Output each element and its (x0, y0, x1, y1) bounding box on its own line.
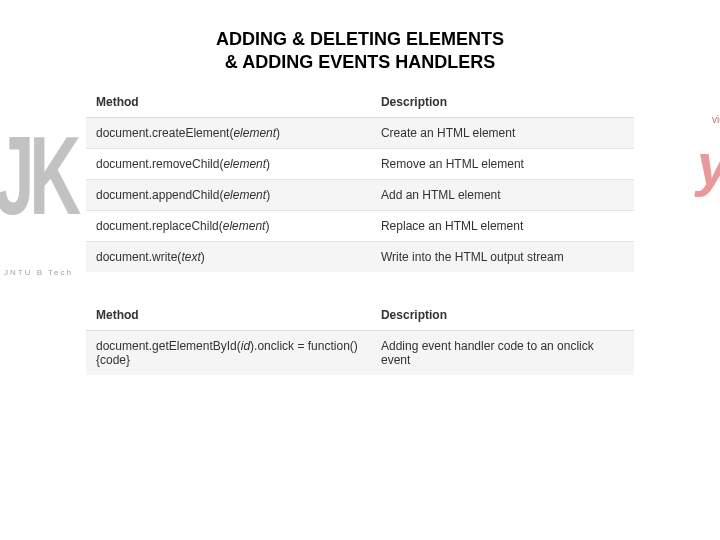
method-cell: document.replaceChild(element) (86, 211, 371, 242)
elements-table: Method Description document.createElemen… (86, 87, 634, 272)
method-cell: document.write(text) (86, 242, 371, 273)
method-cell: document.appendChild(element) (86, 180, 371, 211)
table-row: document.createElement(element) Create a… (86, 118, 634, 149)
table-row: document.replaceChild(element) Replace a… (86, 211, 634, 242)
col-header-method: Method (86, 87, 371, 118)
desc-cell: Adding event handler code to an onclick … (371, 331, 634, 376)
method-cell: document.removeChild(element) (86, 149, 371, 180)
desc-cell: Replace an HTML element (371, 211, 634, 242)
table-row: document.getElementById(id).onclick = fu… (86, 331, 634, 376)
title-line-1: ADDING & DELETING ELEMENTS (0, 28, 720, 51)
desc-cell: Remove an HTML element (371, 149, 634, 180)
desc-cell: Write into the HTML output stream (371, 242, 634, 273)
col-header-description: Description (371, 87, 634, 118)
method-cell: document.getElementById(id).onclick = fu… (86, 331, 371, 376)
watermark-right-text: y! (697, 131, 720, 198)
watermark-right: vide.com y! (697, 130, 720, 199)
desc-cell: Add an HTML element (371, 180, 634, 211)
col-header-method: Method (86, 300, 371, 331)
watermark-right-dot: vide.com (712, 114, 720, 125)
table-row: document.write(text) Write into the HTML… (86, 242, 634, 273)
watermark-left-small: JNTU B Tech (4, 268, 73, 277)
events-table: Method Description document.getElementBy… (86, 300, 634, 375)
page-title: ADDING & DELETING ELEMENTS & ADDING EVEN… (0, 28, 720, 73)
desc-cell: Create an HTML element (371, 118, 634, 149)
table-row: document.appendChild(element) Add an HTM… (86, 180, 634, 211)
title-line-2: & ADDING EVENTS HANDLERS (0, 51, 720, 74)
table-row: document.removeChild(element) Remove an … (86, 149, 634, 180)
watermark-left: JK (0, 112, 76, 241)
method-cell: document.createElement(element) (86, 118, 371, 149)
col-header-description: Description (371, 300, 634, 331)
